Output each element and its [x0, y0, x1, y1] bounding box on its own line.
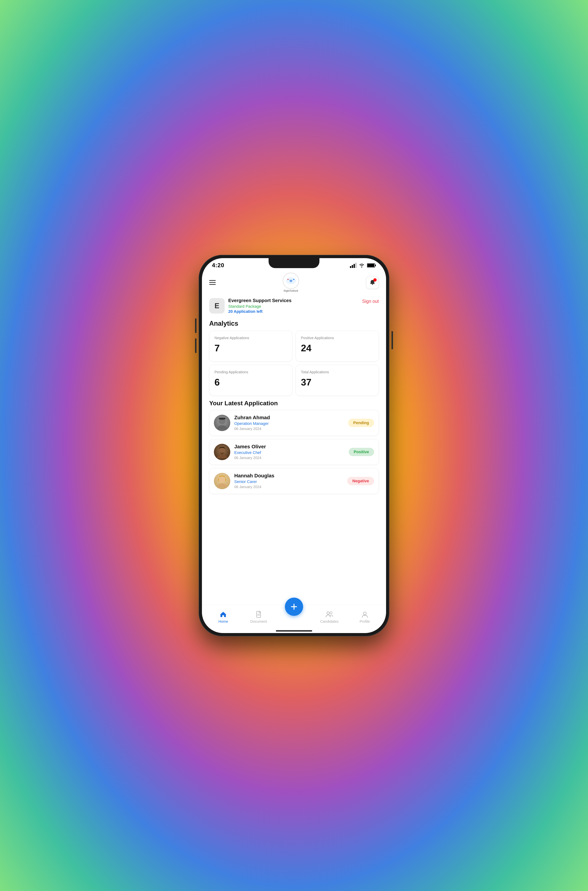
logo-subtitle: RightToWork	[284, 290, 298, 292]
wifi-icon	[358, 263, 365, 268]
hamburger-menu[interactable]	[209, 280, 216, 285]
total-applications-card: Total Applications 37	[296, 365, 379, 396]
info-zuhran: Zuhran Ahmad Operation Manager 06 Januar…	[234, 415, 344, 431]
fab-add-button[interactable]	[285, 598, 303, 616]
pending-value: 6	[214, 377, 287, 388]
nav-candidates[interactable]: Candidates	[312, 610, 347, 624]
candidates-icon	[326, 611, 333, 618]
svg-point-21	[219, 476, 225, 483]
app-header: W RightToWork	[202, 271, 386, 294]
svg-point-12	[288, 279, 288, 280]
svg-point-16	[217, 425, 227, 429]
status-time: 4:20	[212, 262, 224, 268]
company-info-left: E Evergreen Support Services Standard Pa…	[209, 298, 291, 314]
svg-rect-5	[368, 264, 374, 267]
company-details: Evergreen Support Services Standard Pack…	[228, 298, 291, 314]
svg-point-29	[330, 612, 332, 614]
notifications-button[interactable]	[366, 276, 379, 289]
nav-profile[interactable]: Profile	[347, 610, 382, 624]
status-james: Positive	[349, 448, 374, 456]
wpc-logo-icon: W	[285, 276, 297, 286]
plus-icon	[290, 603, 298, 611]
name-hannah: Hannah Douglas	[234, 473, 343, 478]
negative-label: Negative Applications	[214, 336, 287, 340]
date-zuhran: 06 January 2024	[234, 427, 344, 431]
positive-label: Positive Applications	[301, 336, 374, 340]
home-icon	[220, 611, 226, 618]
profile-nav-icon	[361, 610, 369, 618]
document-nav-icon	[255, 610, 262, 618]
signal-icon	[350, 263, 357, 268]
battery-icon	[367, 263, 376, 268]
person-icon-james	[216, 446, 228, 458]
candidates-nav-label: Candidates	[320, 620, 339, 624]
analytics-title: Analytics	[209, 320, 379, 327]
person-icon-hannah	[216, 475, 228, 488]
negative-applications-card: Negative Applications 7	[209, 331, 292, 362]
svg-point-22	[217, 483, 227, 488]
svg-rect-1	[352, 265, 353, 268]
date-hannah: 06 January 2024	[234, 485, 343, 489]
home-indicator-bar	[276, 630, 312, 632]
svg-rect-3	[356, 263, 357, 268]
home-nav-label: Home	[219, 620, 228, 624]
company-row: E Evergreen Support Services Standard Pa…	[209, 294, 379, 316]
name-zuhran: Zuhran Ahmad	[234, 415, 344, 420]
person-icon-zuhran	[216, 417, 228, 429]
svg-rect-6	[375, 265, 376, 266]
application-card-james[interactable]: James Oliver Executive Chef 06 January 2…	[209, 439, 379, 465]
phone-frame: 4:20	[199, 255, 389, 636]
nav-home[interactable]: Home	[206, 610, 241, 624]
document-icon	[255, 611, 262, 618]
document-nav-label: Document	[250, 620, 267, 624]
nav-document[interactable]: Document	[241, 610, 276, 624]
svg-rect-18	[219, 418, 225, 419]
total-label: Total Applications	[301, 370, 374, 374]
analytics-grid: Negative Applications 7 Positive Applica…	[209, 331, 379, 396]
avatar-zuhran	[214, 415, 230, 431]
positive-applications-card: Positive Applications 24	[296, 331, 379, 362]
total-value: 37	[301, 377, 374, 388]
role-james: Executive Chef	[234, 450, 345, 455]
candidates-nav-icon	[326, 610, 333, 618]
status-hannah: Negative	[347, 477, 374, 485]
application-card-zuhran[interactable]: Zuhran Ahmad Operation Manager 06 Januar…	[209, 410, 379, 436]
svg-rect-2	[354, 264, 355, 268]
role-zuhran: Operation Manager	[234, 421, 344, 426]
logo-circle: W	[283, 273, 299, 289]
notch	[268, 258, 320, 268]
volume-up-button[interactable]	[195, 318, 196, 333]
profile-nav-label: Profile	[360, 620, 370, 624]
svg-point-30	[363, 612, 366, 615]
svg-text:W: W	[290, 279, 292, 282]
avatar-james	[214, 444, 230, 460]
svg-rect-14	[372, 284, 373, 285]
apps-left-label: 20 Application left	[228, 309, 291, 314]
profile-icon	[362, 611, 368, 618]
role-hannah: Senior Carer	[234, 479, 343, 484]
company-avatar: E	[209, 298, 225, 314]
svg-point-20	[217, 454, 227, 458]
phone-screen: 4:20	[202, 258, 386, 633]
company-name: Evergreen Support Services	[228, 298, 291, 303]
positive-value: 24	[301, 343, 374, 354]
power-button[interactable]	[392, 331, 393, 350]
pending-applications-card: Pending Applications 6	[209, 365, 292, 396]
svg-point-28	[327, 612, 329, 614]
sign-out-button[interactable]: Sign out	[362, 298, 379, 304]
main-content: E Evergreen Support Services Standard Pa…	[202, 294, 386, 605]
notification-badge	[374, 278, 376, 282]
latest-title: Your Latest Application	[209, 400, 379, 407]
avatar-hannah	[214, 473, 230, 489]
svg-rect-0	[350, 266, 351, 268]
logo: W RightToWork	[283, 273, 299, 292]
status-icons	[350, 263, 376, 268]
negative-value: 7	[214, 343, 287, 354]
home-indicator	[202, 630, 386, 633]
info-hannah: Hannah Douglas Senior Carer 06 January 2…	[234, 473, 343, 489]
info-james: James Oliver Executive Chef 06 January 2…	[234, 444, 345, 460]
svg-point-13	[293, 279, 294, 280]
volume-down-button[interactable]	[195, 338, 196, 353]
home-nav-icon	[219, 610, 227, 618]
application-card-hannah[interactable]: Hannah Douglas Senior Carer 06 January 2…	[209, 468, 379, 494]
